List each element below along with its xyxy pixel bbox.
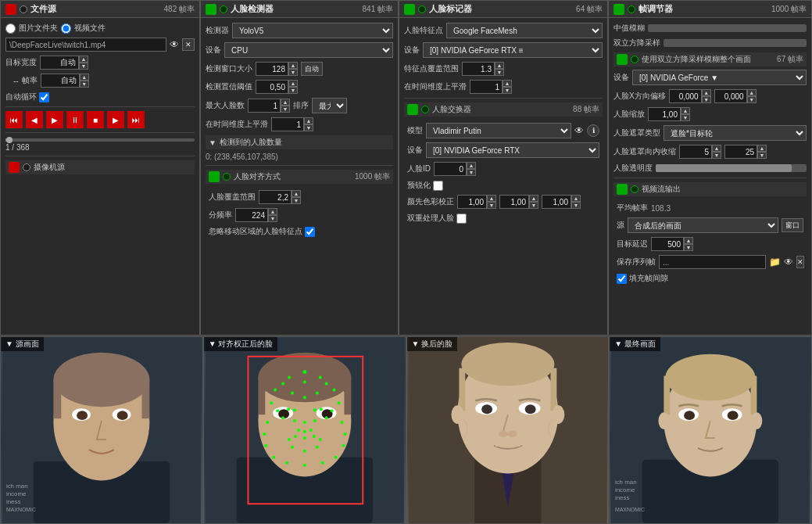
x-offset-down[interactable]: ▼ bbox=[702, 96, 711, 103]
blur-up[interactable]: ▲ bbox=[757, 145, 767, 152]
fa-freq-down[interactable]: ▼ bbox=[268, 215, 277, 222]
target-width-up[interactable]: ▲ bbox=[79, 56, 88, 63]
fs-double-checkbox[interactable] bbox=[456, 214, 467, 224]
x-offset-up[interactable]: ▲ bbox=[702, 89, 711, 96]
filetype-video-radio[interactable] bbox=[61, 23, 71, 34]
save-close-btn[interactable]: ✕ bbox=[796, 256, 804, 268]
fa-coverage-down[interactable]: ▼ bbox=[292, 197, 301, 204]
rewind-btn[interactable]: ⏮ bbox=[5, 111, 23, 128]
eye-icon[interactable]: 👁 bbox=[170, 39, 179, 50]
fa-coverage-up[interactable]: ▲ bbox=[292, 190, 301, 197]
fd-smooth-down[interactable]: ▼ bbox=[304, 124, 313, 131]
fs-eye-icon[interactable]: 👁 bbox=[574, 125, 584, 136]
fm-landmark-dropdown[interactable]: Google FaceMesh bbox=[446, 23, 603, 38]
fs-faceid-input[interactable] bbox=[434, 162, 467, 176]
fa-ignore-checkbox[interactable] bbox=[305, 227, 315, 237]
close-icon[interactable]: ✕ bbox=[182, 38, 195, 51]
face-scale-down[interactable]: ▼ bbox=[681, 114, 690, 121]
fm-smooth-down[interactable]: ▼ bbox=[503, 87, 512, 94]
filetype-image-radio[interactable] bbox=[5, 23, 16, 34]
fd-smooth-input[interactable] bbox=[271, 117, 304, 131]
sort-dropdown[interactable]: 最大 bbox=[312, 98, 347, 113]
save-path-input[interactable] bbox=[659, 255, 766, 269]
fs-faceid-down[interactable]: ▼ bbox=[467, 169, 476, 176]
fill-frames-checkbox[interactable] bbox=[617, 274, 627, 284]
y-offset-up[interactable]: ▲ bbox=[747, 89, 757, 96]
play-btn[interactable]: ▶ bbox=[46, 111, 63, 128]
prev-btn[interactable]: ◀ bbox=[26, 111, 43, 128]
blur-down[interactable]: ▼ bbox=[757, 152, 767, 159]
threshold-down[interactable]: ▼ bbox=[288, 87, 298, 94]
max-faces-down[interactable]: ▼ bbox=[281, 106, 290, 113]
file-path-input[interactable] bbox=[5, 38, 166, 52]
fm-smooth-input[interactable] bbox=[470, 80, 503, 94]
fps-down[interactable]: ▼ bbox=[80, 81, 89, 88]
fm-coverage-down[interactable]: ▼ bbox=[495, 69, 504, 76]
target-delay-up[interactable]: ▲ bbox=[684, 237, 693, 244]
fa-coverage-input[interactable] bbox=[259, 190, 292, 204]
fa-freq-up[interactable]: ▲ bbox=[268, 208, 277, 215]
threshold-up[interactable]: ▲ bbox=[288, 80, 298, 87]
fm-coverage-input[interactable] bbox=[462, 62, 495, 76]
face-marker-power-btn[interactable] bbox=[404, 4, 415, 15]
threshold-input[interactable] bbox=[256, 80, 288, 94]
fs-cc3-up[interactable]: ▲ bbox=[571, 195, 581, 202]
fs-info-btn[interactable]: ℹ bbox=[587, 124, 599, 137]
progress-thumb[interactable] bbox=[6, 137, 13, 143]
max-faces-up[interactable]: ▲ bbox=[281, 99, 290, 106]
face-detector-power-btn[interactable] bbox=[206, 4, 216, 15]
auto-btn[interactable]: 自动 bbox=[301, 62, 323, 76]
fm-smooth-up[interactable]: ▲ bbox=[503, 80, 512, 87]
fs-device-dropdown[interactable]: [0] NVIDIA GeForce RTX bbox=[426, 142, 599, 158]
target-delay-down[interactable]: ▼ bbox=[684, 244, 693, 251]
fd-device-dropdown[interactable]: CPU bbox=[224, 42, 393, 58]
fs-cc2-input[interactable] bbox=[499, 195, 529, 209]
fps-up[interactable]: ▲ bbox=[80, 74, 89, 81]
fs-cc3-input[interactable] bbox=[542, 195, 571, 209]
video-output-power-btn[interactable] bbox=[617, 184, 628, 195]
frame-adjuster-power-btn[interactable] bbox=[613, 4, 624, 15]
max-faces-input[interactable] bbox=[248, 99, 281, 113]
fs-cc3-down[interactable]: ▼ bbox=[571, 202, 581, 209]
camera-power-btn[interactable] bbox=[9, 162, 20, 173]
window-size-input[interactable] bbox=[256, 62, 288, 76]
erode-down[interactable]: ▼ bbox=[712, 152, 721, 159]
fs-faceid-up[interactable]: ▲ bbox=[467, 162, 476, 169]
face-type-dropdown[interactable]: 遮脸*目标轮 bbox=[664, 125, 807, 141]
opacity-slider[interactable] bbox=[656, 164, 807, 172]
erode-input[interactable] bbox=[679, 145, 712, 159]
fps-input[interactable] bbox=[41, 74, 80, 88]
save-folder-icon[interactable]: 📁 bbox=[769, 257, 781, 267]
progress-track[interactable] bbox=[5, 138, 195, 142]
file-source-power-btn[interactable] bbox=[5, 4, 16, 15]
detector-dropdown[interactable]: YoloV5 bbox=[232, 23, 393, 38]
stop-btn[interactable]: ■ bbox=[87, 111, 104, 128]
target-width-input[interactable] bbox=[40, 56, 79, 70]
fs-cc1-down[interactable]: ▼ bbox=[487, 202, 496, 209]
bilateral-slider[interactable] bbox=[664, 39, 807, 47]
fm-device-dropdown[interactable]: [0] NVIDIA GeForce RTX ≡ bbox=[423, 42, 603, 58]
fd-smooth-up[interactable]: ▲ bbox=[304, 117, 313, 124]
auto-loop-checkbox[interactable] bbox=[39, 92, 49, 102]
window-size-down[interactable]: ▼ bbox=[288, 69, 298, 76]
fs-cc1-up[interactable]: ▲ bbox=[487, 195, 496, 202]
x-offset-input[interactable] bbox=[669, 89, 702, 103]
fs-cc2-down[interactable]: ▼ bbox=[529, 202, 538, 209]
face-swapper-power-btn[interactable] bbox=[407, 104, 418, 115]
window-size-up[interactable]: ▲ bbox=[288, 62, 298, 69]
fs-cc1-input[interactable] bbox=[457, 195, 487, 209]
median-slider[interactable] bbox=[648, 24, 807, 32]
erode-up[interactable]: ▲ bbox=[712, 145, 721, 152]
vo-source-dropdown[interactable]: 合成后的画面 bbox=[628, 217, 778, 233]
y-offset-down[interactable]: ▼ bbox=[747, 96, 757, 103]
next-btn[interactable]: ▶ bbox=[107, 111, 124, 128]
face-scale-input[interactable] bbox=[648, 107, 681, 121]
pause-btn[interactable]: ⏸ bbox=[66, 111, 84, 128]
window-btn[interactable]: 窗口 bbox=[782, 218, 803, 232]
ff-btn[interactable]: ⏭ bbox=[127, 111, 145, 128]
fs-presharpen-checkbox[interactable] bbox=[433, 181, 443, 191]
target-delay-input[interactable] bbox=[651, 237, 684, 251]
save-eye-icon[interactable]: 👁 bbox=[784, 257, 793, 267]
face-aligner-power-btn[interactable] bbox=[209, 171, 220, 182]
blur-input[interactable] bbox=[724, 145, 757, 159]
